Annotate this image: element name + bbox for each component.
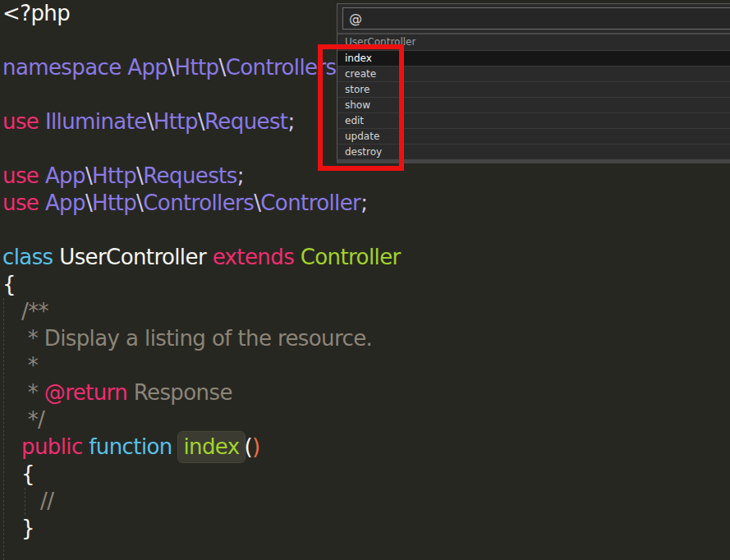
symbol-search-query: @ (349, 11, 362, 26)
code-token: \ (198, 109, 204, 134)
code-token: use (2, 109, 45, 134)
code-token: \ (85, 190, 92, 215)
code-line: { (2, 461, 730, 488)
code-token: extends (213, 245, 301, 269)
code-token: Controller (260, 190, 360, 215)
code-token: */ (2, 407, 44, 432)
code-line: /** (2, 298, 730, 325)
symbol-item-update[interactable]: update (337, 128, 730, 144)
code-line: public function index() (2, 434, 730, 461)
code-token: ; (237, 163, 244, 188)
code-token: public (2, 434, 89, 459)
code-token: \ (219, 55, 226, 80)
code-line: * @return Response (2, 379, 730, 406)
code-line: use App\Http\Requests; (2, 163, 730, 190)
code-token: ; (360, 190, 367, 215)
code-line: { (2, 271, 730, 298)
symbol-item-store[interactable]: store (337, 81, 730, 97)
code-token: /** (2, 299, 48, 324)
code-line: * Display a listing of the resource. (2, 325, 730, 352)
code-token: } (2, 516, 34, 540)
code-editor-window: <?php namespace App\Http\Controllers use… (0, 0, 730, 560)
code-token: Controllers (143, 190, 254, 215)
code-line: use App\Http\Controllers\Controller; (2, 190, 730, 217)
code-token: ( (245, 434, 253, 459)
code-line (2, 217, 730, 244)
code-token: UserController (59, 245, 212, 269)
symbol-item-destroy[interactable]: destroy (337, 144, 730, 159)
code-token: Request (204, 109, 287, 134)
code-token: App (45, 163, 85, 188)
code-token: Http (154, 109, 198, 134)
code-token: ) (252, 434, 260, 459)
code-token: Http (92, 190, 136, 215)
code-token: function (89, 434, 178, 459)
symbol-item-index[interactable]: index (337, 50, 730, 66)
code-token: <?php (2, 1, 70, 25)
symbol-search-input[interactable]: @ (342, 7, 730, 30)
code-token: use (2, 190, 45, 215)
code-token: * (2, 353, 38, 378)
code-token: App (127, 55, 168, 80)
code-token: \ (147, 109, 154, 134)
code-token: Illuminate (45, 109, 147, 134)
code-token: namespace (2, 55, 127, 80)
symbol-item-usercontroller[interactable]: UserController (337, 34, 730, 50)
symbol-item-edit[interactable]: edit (337, 112, 730, 128)
code-token: Controller (301, 245, 401, 269)
indent-guide (25, 488, 25, 515)
code-token: * (2, 380, 44, 405)
code-line: class UserController extends Controller (2, 244, 730, 271)
code-token: use (2, 163, 45, 188)
code-token: { (2, 272, 16, 296)
code-line: */ (2, 406, 730, 434)
code-token: index (178, 432, 244, 462)
code-token: ; (287, 109, 294, 134)
symbol-item-create[interactable]: create (337, 66, 730, 81)
code-token: Requests (143, 163, 236, 188)
code-token: @return (44, 380, 127, 405)
code-token: Controllers (226, 55, 337, 80)
symbol-list: UserControllerindexcreatestoreshoweditup… (337, 33, 730, 159)
code-line: } (2, 515, 730, 542)
code-token: Http (174, 55, 218, 80)
code-token: // (2, 489, 53, 513)
code-token: Http (92, 163, 136, 188)
code-token: \ (85, 163, 92, 188)
symbol-item-show[interactable]: show (337, 97, 730, 112)
goto-symbol-overlay: @ UserControllerindexcreatestoreshowedit… (337, 3, 730, 163)
code-token: { (2, 461, 34, 486)
code-line: // (2, 488, 730, 515)
code-line: * (2, 352, 730, 379)
code-token: class (2, 245, 59, 269)
code-token: Response (127, 380, 232, 405)
code-token: * Display a listing of the resource. (2, 326, 372, 351)
code-token: App (45, 190, 85, 215)
indent-guide (3, 298, 4, 560)
